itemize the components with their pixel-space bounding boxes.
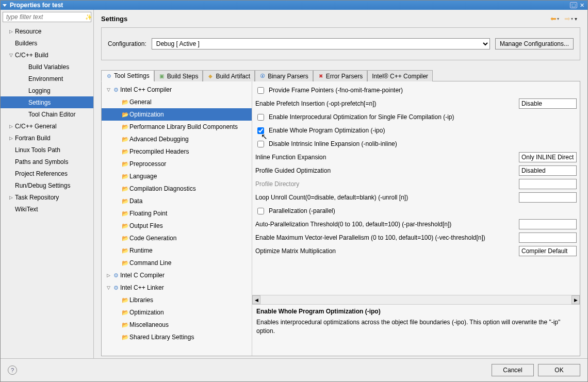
tool-tree-item[interactable]: 📂Data (102, 195, 252, 207)
option-row: Parallelization (-parallel) (252, 204, 580, 218)
tab[interactable]: ⚙Tool Settings (101, 70, 154, 81)
tool-tree-item[interactable]: ▷⚙Intel C Compiler (102, 269, 252, 281)
tool-tree-item[interactable]: 📂Performance Library Build Components (102, 121, 252, 133)
option-combo[interactable]: Only INLINE Direct (519, 152, 577, 162)
tool-tree-item[interactable]: 📂Compilation Diagnostics (102, 182, 252, 195)
tool-tree-item[interactable]: 📂Output Files (102, 220, 252, 232)
option-combo[interactable]: Compiler Default (519, 246, 577, 256)
tool-tree-item[interactable]: 📂Miscellaneous (102, 319, 252, 331)
folder-icon: 📂 (121, 148, 129, 155)
configuration-label: Configuration: (108, 40, 146, 47)
option-label: Enable Maximum Vector-level Parallelism … (255, 234, 516, 241)
nav-item[interactable]: Linux Tools Path (1, 144, 93, 156)
nav-item[interactable]: Run/Debug Settings (1, 179, 93, 191)
nav-item[interactable]: ▽C/C++ Build (1, 49, 93, 61)
option-checkbox[interactable] (257, 114, 264, 121)
tool-tree-item[interactable]: 📂Runtime (102, 244, 252, 257)
folder-icon: 📂 (121, 297, 129, 304)
tool-tree-label: General (129, 98, 152, 106)
option-input[interactable] (519, 232, 577, 243)
close-button[interactable]: ✕ (578, 2, 585, 8)
clear-filter-icon[interactable]: ✨ (85, 14, 92, 21)
option-checkbox[interactable] (257, 208, 264, 214)
nav-item[interactable]: Builders (1, 37, 93, 49)
nav-item[interactable]: Tool Chain Editor (1, 108, 93, 120)
titlebar-menu-triangle[interactable] (3, 4, 7, 7)
tab[interactable]: ▣Build Steps (154, 70, 203, 81)
filter-input[interactable] (5, 13, 85, 21)
tool-tree-label: Optimization (129, 111, 164, 118)
ok-button[interactable]: OK (538, 364, 580, 376)
nav-item-label: Settings (27, 99, 51, 106)
tool-tree-item[interactable]: 📂General (102, 96, 252, 108)
tool-tree-item[interactable]: 📂Optimization (102, 108, 252, 121)
options-form: Provide Frame Pointers (-fno-omit-frame-… (252, 81, 580, 295)
option-input[interactable] (519, 219, 577, 229)
option-input[interactable] (519, 179, 577, 189)
tool-tree-label: Precompiled Headers (129, 148, 189, 155)
tab[interactable]: ✖Error Parsers (313, 70, 367, 81)
option-checkbox[interactable] (257, 127, 264, 134)
nav-item[interactable]: Paths and Symbols (1, 156, 93, 168)
tool-tree-label: Runtime (129, 247, 153, 254)
tool-tree-item[interactable]: 📂Floating Point (102, 207, 252, 220)
nav-item-label: Environment (27, 75, 63, 82)
cancel-button[interactable]: Cancel (492, 364, 534, 376)
option-row: Enable Whole Program Optimization (-ipo) (252, 124, 580, 137)
tool-tree-item[interactable]: ▽⚙Intel C++ Compiler (102, 84, 252, 96)
tool-tree-label: Data (129, 197, 142, 205)
twist-icon: ▽ (107, 87, 112, 92)
nav-item[interactable]: Project References (1, 168, 93, 179)
nav-item[interactable]: Environment (1, 73, 93, 85)
tool-tree-item[interactable]: 📂Preprocessor (102, 158, 252, 170)
nav-item-label: Logging (27, 87, 51, 94)
back-menu-triangle[interactable]: ▾ (557, 16, 559, 21)
nav-item[interactable]: Logging (1, 85, 93, 96)
option-combo[interactable]: Disable (519, 98, 577, 109)
tool-tree-label: Code Generation (129, 235, 176, 242)
nav-item-label: Tool Chain Editor (27, 111, 75, 118)
tool-tree-item[interactable]: 📂Shared Library Settings (102, 331, 252, 343)
description-body: Enables interprocedural optimizations ac… (256, 318, 576, 336)
scroll-left-icon[interactable]: ◀ (252, 295, 260, 304)
tool-tree-item[interactable]: 📂Command Line (102, 257, 252, 269)
nav-item[interactable]: Build Variables (1, 61, 93, 73)
option-combo[interactable]: Disabled (519, 165, 577, 176)
tool-tree-item[interactable]: 📂Language (102, 170, 252, 182)
nav-item[interactable]: ▷Resource (1, 25, 93, 37)
tab[interactable]: ⦿Binary Parsers (255, 70, 313, 81)
description-panel: Enable Whole Program Optimization (-ipo)… (252, 304, 580, 356)
nav-item[interactable]: ▷C/C++ General (1, 120, 93, 132)
tool-tree-item[interactable]: ▽⚙Intel C++ Linker (102, 281, 252, 294)
manage-configurations-button[interactable]: Manage Configurations... (495, 38, 574, 49)
nav-item-label: WikiText (14, 206, 38, 213)
tool-tree-item[interactable]: 📂Advanced Debugging (102, 133, 252, 145)
nav-item[interactable]: WikiText (1, 203, 93, 215)
forward-arrow-icon[interactable]: ➡ (562, 14, 573, 23)
maximize-button[interactable]: □ (570, 2, 577, 8)
option-input[interactable] (519, 192, 577, 203)
tool-tree-item[interactable]: 📂Optimization (102, 306, 252, 319)
configuration-select[interactable]: Debug [ Active ] (152, 38, 490, 49)
twist-icon: ▷ (8, 124, 14, 129)
tab[interactable]: Intel® C++ Compiler (367, 70, 433, 81)
view-menu-triangle[interactable]: ▾ (575, 16, 577, 22)
nav-item[interactable]: ▷Fortran Build (1, 132, 93, 144)
nav-item[interactable]: Settings (1, 96, 93, 108)
horizontal-scrollbar: ◀ ▶ (252, 295, 580, 304)
option-checkbox[interactable] (257, 87, 264, 94)
option-checkbox[interactable] (257, 141, 264, 147)
option-row: Profile Guided OptimizationDisabled (252, 164, 580, 177)
tool-tree-item[interactable]: 📂Libraries (102, 294, 252, 306)
option-label: Optimize Matrix Multiplication (255, 247, 516, 255)
scroll-right-icon[interactable]: ▶ (571, 295, 580, 304)
tab[interactable]: ◆Build Artifact (203, 70, 255, 81)
tool-tree-item[interactable]: 📂Precompiled Headers (102, 145, 252, 158)
folder-icon: 📂 (121, 161, 129, 168)
configuration-box: Configuration: Debug [ Active ] Manage C… (101, 27, 580, 60)
tab-label: Tool Settings (114, 72, 150, 79)
tool-tree-item[interactable]: 📂Code Generation (102, 232, 252, 244)
option-label: Auto-Parallelization Threshold(0 to 100,… (255, 221, 516, 228)
nav-item[interactable]: ▷Task Repository (1, 191, 93, 203)
help-icon[interactable]: ? (8, 366, 17, 375)
